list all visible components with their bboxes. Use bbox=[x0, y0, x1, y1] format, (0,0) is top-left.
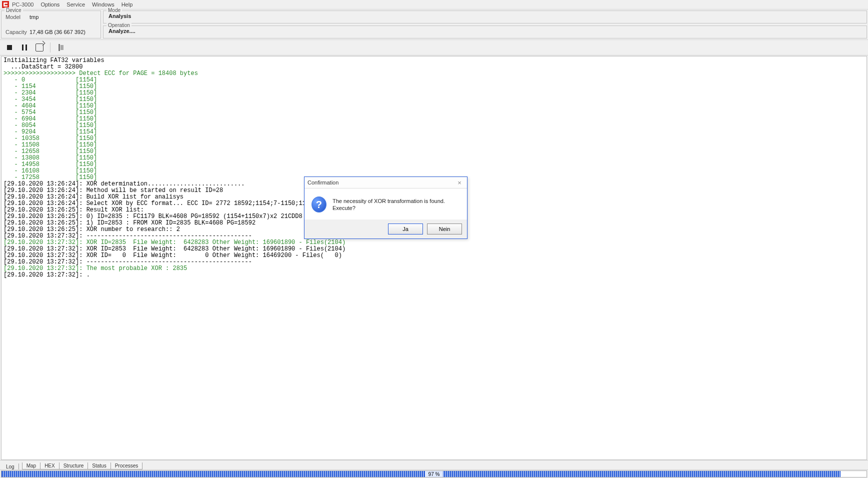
tab-status[interactable]: Status bbox=[88, 462, 110, 470]
export-button[interactable] bbox=[33, 42, 46, 54]
dialog-title: Confirmation bbox=[308, 180, 338, 186]
yes-button[interactable]: Ja bbox=[388, 224, 423, 234]
log-pane[interactable]: Initializing FAT32 variables ...DataStar… bbox=[1, 56, 867, 460]
tab-structure[interactable]: Structure bbox=[59, 462, 88, 470]
mode-fieldset: Mode Analysis bbox=[103, 10, 867, 24]
menu-windows[interactable]: Windows bbox=[92, 2, 114, 8]
operation-value: Analyze.... bbox=[108, 28, 862, 34]
menu-options[interactable]: Options bbox=[40, 2, 60, 8]
dialog-body: ? The necessity of XOR transformation is… bbox=[304, 188, 467, 220]
tab-map[interactable]: Map bbox=[22, 462, 40, 470]
device-model-value: tmp bbox=[30, 14, 38, 20]
menu-help[interactable]: Help bbox=[122, 2, 133, 8]
device-model-label: Model bbox=[6, 14, 30, 20]
progress-label: 97 % bbox=[426, 471, 443, 478]
confirmation-dialog: Confirmation × ? The necessity of XOR tr… bbox=[304, 176, 468, 239]
dialog-actions: Ja Nein bbox=[304, 220, 467, 238]
operation-legend: Operation bbox=[106, 22, 132, 28]
app-name: PC-3000 bbox=[12, 2, 34, 8]
device-legend: Device bbox=[4, 8, 23, 13]
structure-icon bbox=[58, 44, 64, 51]
toolbar bbox=[0, 40, 868, 56]
menu-service[interactable]: Service bbox=[66, 2, 85, 8]
structure-button[interactable] bbox=[54, 42, 68, 54]
log-text: Initializing FAT32 variables ...DataStar… bbox=[2, 56, 866, 280]
bottom-tab-strip: LogMapHEXStructureStatusProcesses bbox=[0, 460, 868, 470]
device-capacity-label: Capacity bbox=[6, 29, 30, 35]
question-icon: ? bbox=[312, 196, 326, 212]
progress-bar: 97 % bbox=[1, 470, 867, 478]
progress-fill bbox=[2, 471, 840, 477]
dialog-message: The necessity of XOR transformation is f… bbox=[332, 198, 460, 212]
mode-value: Analysis bbox=[108, 13, 862, 19]
mode-legend: Mode bbox=[106, 8, 122, 13]
menu-bar: PC-3000 Options Service Windows Help bbox=[0, 0, 868, 9]
pause-button[interactable] bbox=[18, 42, 31, 54]
progress-bar-wrap: 97 % bbox=[0, 470, 868, 478]
stop-button[interactable] bbox=[3, 42, 16, 54]
pause-icon bbox=[22, 44, 27, 50]
device-fieldset: Device Model tmp Capacity 17,48 GB (36 6… bbox=[1, 10, 101, 38]
device-capacity-value: 17,48 GB (36 667 392) bbox=[30, 29, 86, 35]
stop-icon bbox=[7, 45, 12, 50]
tab-processes[interactable]: Processes bbox=[110, 462, 143, 470]
info-strip: Device Model tmp Capacity 17,48 GB (36 6… bbox=[0, 9, 868, 40]
close-icon[interactable]: × bbox=[455, 178, 464, 187]
operation-fieldset: Operation Analyze.... bbox=[103, 26, 867, 38]
dialog-titlebar[interactable]: Confirmation × bbox=[304, 177, 467, 188]
toolbar-separator bbox=[50, 42, 50, 52]
no-button[interactable]: Nein bbox=[427, 224, 462, 234]
export-icon bbox=[36, 44, 44, 52]
tab-hex[interactable]: HEX bbox=[40, 462, 60, 470]
app-icon bbox=[2, 1, 9, 8]
